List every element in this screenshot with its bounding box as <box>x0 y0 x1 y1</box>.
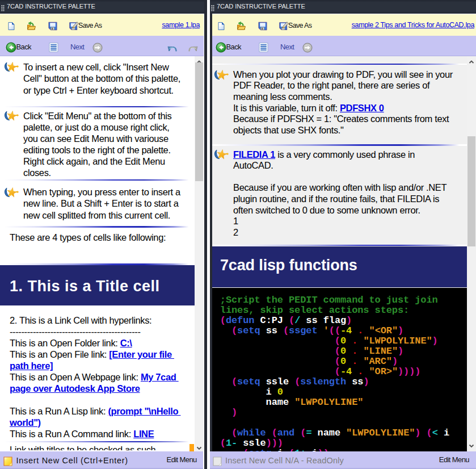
code-token: setq <box>237 325 260 336</box>
save-as-label[interactable]: Save As <box>78 22 102 30</box>
cell-text-line[interactable]: meaning less comments. <box>233 91 332 102</box>
grip-dots-icon <box>211 4 215 14</box>
title-cell[interactable]: 1. This is a Title cell <box>0 265 195 305</box>
palette-window-left: 7CAD INSTRUCTIVE PALETTESave Assample 1.… <box>0 0 207 469</box>
open-file-icon[interactable] <box>27 22 36 31</box>
cell-text-line[interactable]: This is an Open File link: [Enter your f… <box>10 349 174 360</box>
cell-text-line[interactable]: objects that use SHX fonts." <box>233 124 344 136</box>
cell-text-line[interactable]: This is an Open A Webpage link: My 7cad <box>10 371 179 383</box>
save-as-icon[interactable] <box>279 22 289 31</box>
cell-text-line[interactable]: path here] <box>10 360 53 371</box>
cell-text-line[interactable]: Click "Edit Menu" at the bottom of this <box>23 110 171 122</box>
cell-text-line[interactable]: often switched to 0 due to some unknown … <box>233 204 420 216</box>
cell-text-line[interactable]: This is an Open Folder link: C:\ <box>10 337 132 349</box>
cell-text-line[interactable]: When you plot your drawing to PDF, you w… <box>233 69 453 80</box>
edit-menu-button[interactable]: Edit Menu <box>439 455 469 464</box>
cell-text-line[interactable]: new line. But a Shift + Enter is to star… <box>23 198 178 209</box>
cells-area[interactable]: To insert a new cell, click "Insert NewC… <box>0 56 204 450</box>
cell-text-line[interactable]: These are 4 types of cells like followin… <box>10 232 166 243</box>
hyperlink[interactable]: page over Autodesk App Store <box>10 383 140 393</box>
file-name-link[interactable]: sample 1.lpa <box>162 21 200 29</box>
insert-new-cell-icon[interactable] <box>3 457 12 468</box>
cell-text-line[interactable]: 2 <box>233 227 238 238</box>
cell-text-line[interactable]: FILEDIA 1 is a very commonly used phrase… <box>233 149 415 160</box>
cell-text-line[interactable]: page over Autodesk App Store <box>10 383 140 394</box>
cell-text-line[interactable]: It is this variable, turn it off: PDFSHX… <box>233 102 384 114</box>
hyperlink[interactable]: PDFSHX 0 <box>340 103 384 113</box>
undo-icon[interactable] <box>167 44 178 54</box>
new-file-icon[interactable] <box>7 22 16 31</box>
next-label[interactable]: Next <box>70 43 84 51</box>
cell-list-icon[interactable] <box>259 43 268 55</box>
text-segment: This is a Run A Lisp link: <box>10 406 108 416</box>
back-button-icon[interactable] <box>6 42 16 55</box>
cells-area[interactable]: When you plot your drawing to PDF, you w… <box>212 56 474 451</box>
cell-text-line[interactable]: PDF Reader, to the right panel, there ar… <box>233 79 429 91</box>
scroll-down-icon[interactable] <box>196 443 203 450</box>
cell-text-line[interactable]: Link with titles to be checked as such <box>10 444 155 451</box>
cell-text-line[interactable]: ----------------------------------------… <box>10 326 141 337</box>
cell-text-line[interactable]: plugin routine, and if the routine fails… <box>233 193 439 204</box>
new-file-icon[interactable] <box>217 22 226 31</box>
hyperlink[interactable]: C:\ <box>120 338 132 348</box>
open-file-icon[interactable] <box>237 22 246 31</box>
hyperlink[interactable]: (prompt "\nHello <box>108 406 180 416</box>
hyperlink[interactable]: path here] <box>10 361 53 371</box>
cell-text-line[interactable]: This is a Run A Lisp link: (prompt "\nHe… <box>10 405 180 417</box>
next-button-icon[interactable] <box>92 43 103 55</box>
insert-new-cell-label[interactable]: Insert New Cell (Ctrl+Enter) <box>16 456 128 465</box>
vertical-scrollbar[interactable] <box>195 56 204 451</box>
palette-titlebar[interactable]: 7CAD INSTRUCTIVE PALETTE <box>210 0 476 14</box>
palette-border <box>210 14 212 451</box>
cell-text-line[interactable]: 2. This is a Link Cell with hyperlinks: <box>10 315 151 326</box>
cell-text-line[interactable]: editing tools to the right of the palett… <box>23 144 171 156</box>
hyperlink[interactable]: world") <box>10 417 41 428</box>
cell-text-line[interactable]: you can see Edit Menu with variouse <box>23 133 169 144</box>
cell-text-line[interactable]: Because if PDFSHX = 1: "Creates comments… <box>233 113 449 124</box>
edit-menu-button[interactable]: Edit Menu <box>167 455 197 464</box>
cell-text-line[interactable]: or type Ctrl + Enter keyboard shortcut. <box>23 85 174 96</box>
text-segment: AutoCAD. <box>233 160 273 170</box>
back-label[interactable]: Back <box>226 43 242 51</box>
back-button-icon[interactable] <box>216 42 226 55</box>
save-icon[interactable] <box>48 22 58 31</box>
palette-titlebar[interactable]: 7CAD INSTRUCTIVE PALETTE <box>0 0 207 14</box>
cell-text-line[interactable]: new cell splitted from this current cell… <box>23 210 170 221</box>
code-cell[interactable]: ;Script the PEDIT command to just join l… <box>212 288 467 451</box>
title-cell[interactable]: 7cad lisp functions <box>212 246 467 287</box>
next-button-icon[interactable] <box>302 43 313 55</box>
code-token <box>214 325 231 336</box>
scrollbar-thumb[interactable] <box>467 136 475 246</box>
cell-text-line[interactable]: AutoCAD. <box>233 160 273 171</box>
cell-text-line[interactable]: When typing, you press enter to insert a <box>23 186 180 198</box>
cell-text-line[interactable]: palette, or just do a mouse right click, <box>23 122 170 133</box>
hyperlink[interactable]: LINE <box>133 429 154 439</box>
cell-list-icon[interactable] <box>49 43 58 55</box>
save-icon[interactable] <box>258 22 268 31</box>
redo-icon[interactable] <box>188 44 198 54</box>
vertical-scrollbar[interactable] <box>467 56 476 451</box>
cell-text-line[interactable]: Because if you are working often with li… <box>233 182 446 193</box>
code-token: ) <box>415 428 420 438</box>
scrollbar-thumb[interactable] <box>195 62 203 181</box>
scroll-up-icon[interactable] <box>468 57 475 64</box>
cell-text-line[interactable]: To insert a new cell, click "Insert New <box>23 61 169 73</box>
back-label[interactable]: Back <box>16 43 32 51</box>
next-label[interactable]: Next <box>280 43 294 51</box>
insert-new-cell-icon[interactable] <box>213 457 222 468</box>
save-as-label[interactable]: Save As <box>288 22 311 30</box>
text-segment: To insert a new cell, click "Insert New <box>23 62 169 72</box>
cell-text-line[interactable]: Cell" button at the bottom of this palet… <box>23 73 180 84</box>
cell-text-line[interactable]: closes. <box>23 167 51 178</box>
hyperlink[interactable]: FILEDIA 1 <box>233 149 275 160</box>
cell-text-line[interactable]: Right click again, and the Edit Menu <box>23 156 165 167</box>
save-as-icon[interactable] <box>69 22 79 31</box>
cell-text-line[interactable]: world") <box>10 417 41 428</box>
hyperlink[interactable]: My 7cad <box>141 372 179 382</box>
file-name-link[interactable]: sample 2 Tips and Tricks for AutoCAD.lpa <box>352 21 474 29</box>
cell-text-line[interactable]: This is a Run A Command link: LINE <box>10 428 154 439</box>
insert-new-cell-label[interactable]: Insert New Cell N/A - ReadOnly <box>225 456 344 465</box>
scroll-down-icon[interactable] <box>468 441 475 448</box>
cell-text-line[interactable]: 1 <box>233 215 238 227</box>
hyperlink[interactable]: [Enter your file <box>109 349 174 359</box>
